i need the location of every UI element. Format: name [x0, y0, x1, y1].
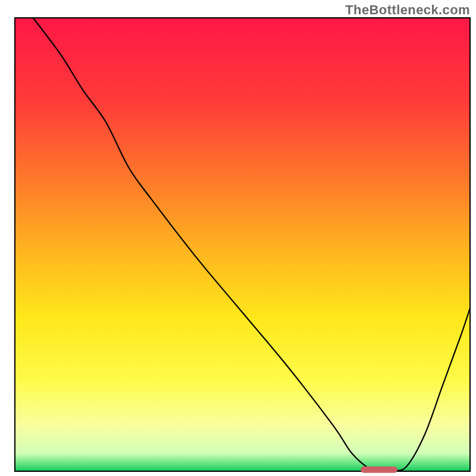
bottleneck-chart: [0, 0, 476, 476]
chart-background: [15, 18, 470, 471]
watermark-text: TheBottleneck.com: [345, 2, 470, 18]
chart-container: TheBottleneck.com: [0, 0, 476, 476]
optimal-marker: [361, 466, 397, 473]
